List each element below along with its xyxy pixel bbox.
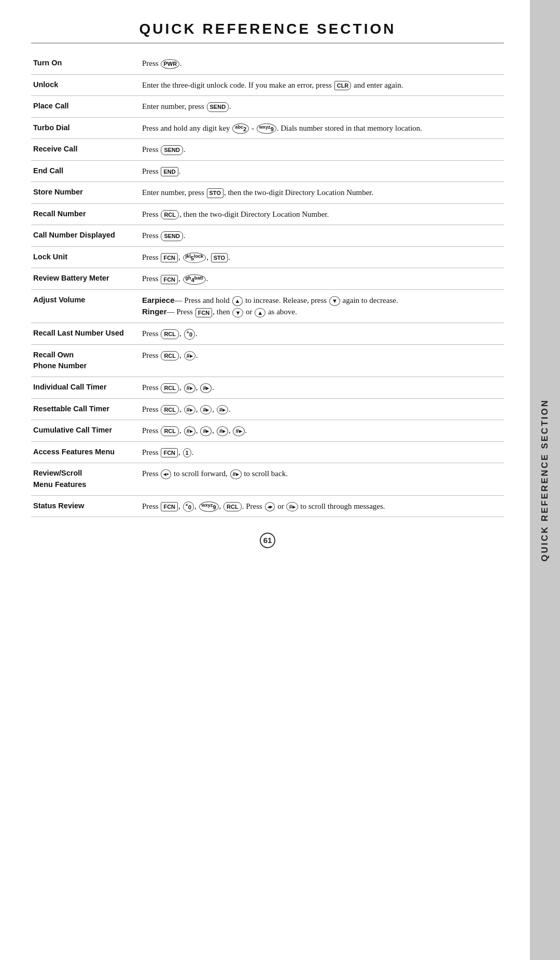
row-instruction: Press END. [140,160,504,182]
row-instruction: Press RCL, then the two-digit Directory … [140,203,504,225]
table-row: Access Features MenuPress FCN, 1. [31,441,504,463]
side-tab-label: QUICK REFERENCE SECTION [540,399,550,562]
row-label: Recall Number [31,203,140,225]
row-label: Store Number [31,182,140,204]
table-row: Individual Call TimerPress RCL, #▸, #▸. [31,377,504,399]
page-title: QUICK REFERENCE SECTION [31,21,504,44]
table-row: Turn OnPress PWR. [31,53,504,74]
table-row: Call Number DisplayedPress SEND. [31,225,504,247]
page-wrapper: QUICK REFERENCE SECTION Turn OnPress PWR… [0,0,560,960]
table-row: Recall OwnPhone NumberPress RCL, #▸. [31,344,504,377]
row-label: Cumulative Call Timer [31,420,140,442]
row-instruction: Press ◂• to scroll forward, #▸ to scroll… [140,463,504,496]
row-instruction: Press SEND. [140,139,504,161]
row-label: Review Battery Meter [31,268,140,290]
row-instruction: Earpiece— Press and hold ▲ to increase. … [140,289,504,323]
table-row: Recall Last Number UsedPress RCL, +0. [31,323,504,344]
page-number: 61 [260,533,275,548]
table-row: Place CallEnter number, press SEND. [31,96,504,118]
table-row: Lock UnitPress FCN, jkl5lock, STO. [31,246,504,268]
row-instruction: Press FCN, gh4batt. [140,268,504,290]
table-row: Cumulative Call TimerPress RCL, #▸, #▸, … [31,420,504,442]
row-label: End Call [31,160,140,182]
row-instruction: Enter number, press SEND. [140,96,504,118]
main-content: QUICK REFERENCE SECTION Turn OnPress PWR… [0,0,530,960]
row-label: Review/ScrollMenu Features [31,463,140,496]
table-row: Review Battery MeterPress FCN, gh4batt. [31,268,504,290]
row-label: Turbo Dial [31,117,140,139]
side-tab: QUICK REFERENCE SECTION [530,0,560,960]
row-label: Receive Call [31,139,140,161]
reference-table: Turn OnPress PWR.UnlockEnter the three-d… [31,53,504,517]
row-label: Lock Unit [31,246,140,268]
table-row: Adjust VolumeEarpiece— Press and hold ▲ … [31,289,504,323]
row-instruction: Press SEND. [140,225,504,247]
table-row: Status ReviewPress FCN, +0, wxyz9, RCL. … [31,495,504,517]
table-row: End CallPress END. [31,160,504,182]
row-label: Turn On [31,53,140,74]
row-instruction: Press RCL, +0. [140,323,504,344]
table-row: Resettable Call TimerPress RCL, #▸, #▸, … [31,398,504,420]
row-label: Access Features Menu [31,441,140,463]
table-row: Turbo DialPress and hold any digit key a… [31,117,504,139]
row-instruction: Enter the three-digit unlock code. If yo… [140,74,504,96]
row-instruction: Press RCL, #▸. [140,344,504,377]
row-instruction: Enter number, press STO, then the two-di… [140,182,504,204]
row-label: Unlock [31,74,140,96]
row-instruction: Press and hold any digit key abc2 - wxyz… [140,117,504,139]
row-instruction: Press PWR. [140,53,504,74]
row-label: Recall OwnPhone Number [31,344,140,377]
table-row: Receive CallPress SEND. [31,139,504,161]
row-label: Status Review [31,495,140,517]
row-instruction: Press FCN, +0, wxyz9, RCL. Press ◂• or #… [140,495,504,517]
row-label: Individual Call Timer [31,377,140,399]
row-instruction: Press FCN, jkl5lock, STO. [140,246,504,268]
row-instruction: Press RCL, #▸, #▸. [140,377,504,399]
table-row: Recall NumberPress RCL, then the two-dig… [31,203,504,225]
row-label: Resettable Call Timer [31,398,140,420]
row-instruction: Press FCN, 1. [140,441,504,463]
row-label: Place Call [31,96,140,118]
row-instruction: Press RCL, #▸, #▸, #▸. [140,398,504,420]
row-instruction: Press RCL, #▸, #▸, #▸, #▸. [140,420,504,442]
row-label: Adjust Volume [31,289,140,323]
table-row: Store NumberEnter number, press STO, the… [31,182,504,204]
page-footer: 61 [31,533,504,548]
row-label: Call Number Displayed [31,225,140,247]
row-label: Recall Last Number Used [31,323,140,344]
table-row: UnlockEnter the three-digit unlock code.… [31,74,504,96]
table-row: Review/ScrollMenu FeaturesPress ◂• to sc… [31,463,504,496]
